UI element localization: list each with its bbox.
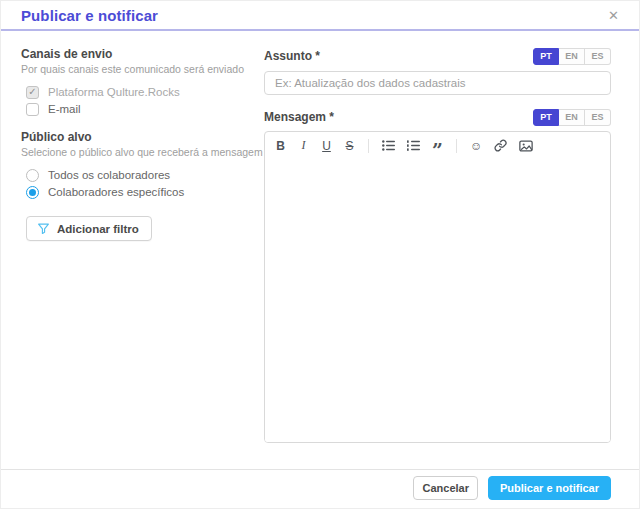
- checkbox-label: E-mail: [48, 103, 81, 115]
- audience-options: Todos os colaboradores Colaboradores esp…: [21, 167, 264, 200]
- toolbar-divider: [368, 139, 369, 153]
- italic-icon[interactable]: I: [298, 138, 309, 154]
- close-icon[interactable]: ✕: [604, 7, 623, 24]
- channels-subheading: Por quais canais este comunicado será en…: [21, 63, 264, 75]
- emoji-icon[interactable]: ☺: [470, 138, 482, 154]
- message-label-row: Mensagem * PT EN ES: [264, 108, 611, 126]
- modal-footer: Cancelar Publicar e notificar: [1, 469, 639, 508]
- channels-options: ✓ Plataforma Qulture.Rocks E-mail: [21, 84, 264, 117]
- publish-notify-button[interactable]: Publicar e notificar: [488, 476, 611, 500]
- audience-subheading: Selecione o público alvo que receberá a …: [21, 146, 264, 158]
- subject-label: Assunto *: [264, 49, 320, 63]
- cancel-button[interactable]: Cancelar: [413, 476, 477, 500]
- message-label: Mensagem *: [264, 110, 334, 124]
- modal-title: Publicar e notificar: [21, 7, 158, 24]
- checkbox-email[interactable]: E-mail: [26, 101, 264, 117]
- message-language-switcher: PT EN ES: [533, 109, 611, 126]
- subject-lang-es[interactable]: ES: [585, 48, 611, 65]
- checkbox-checked-icon[interactable]: ✓: [26, 86, 39, 99]
- message-lang-en[interactable]: EN: [559, 109, 585, 126]
- channels-heading: Canais de envio: [21, 47, 264, 61]
- checkbox-label: Plataforma Qulture.Rocks: [48, 86, 180, 98]
- blockquote-icon[interactable]: ”: [432, 138, 443, 154]
- message-lang-pt[interactable]: PT: [533, 109, 559, 126]
- subject-language-switcher: PT EN ES: [533, 48, 611, 65]
- image-icon[interactable]: [519, 138, 533, 154]
- message-editor: B I U S ” ☺: [264, 131, 611, 443]
- subject-label-row: Assunto * PT EN ES: [264, 47, 611, 65]
- publish-notify-modal: Publicar e notificar ✕ Canais de envio P…: [0, 0, 640, 509]
- message-lang-es[interactable]: ES: [585, 109, 611, 126]
- subject-lang-en[interactable]: EN: [559, 48, 585, 65]
- toolbar-divider: [456, 139, 457, 153]
- radio-selected-icon[interactable]: [26, 186, 39, 199]
- bullet-list-icon[interactable]: [382, 138, 395, 154]
- checkbox-platform-qulture-rocks[interactable]: ✓ Plataforma Qulture.Rocks: [26, 84, 264, 100]
- modal-body: Canais de envio Por quais canais este co…: [1, 31, 639, 469]
- left-column: Canais de envio Por quais canais este co…: [21, 47, 264, 469]
- radio-label: Colaboradores específicos: [48, 186, 184, 198]
- checkbox-unchecked-icon[interactable]: [26, 103, 39, 116]
- radio-specific-collaborators[interactable]: Colaboradores específicos: [26, 184, 264, 200]
- modal-header: Publicar e notificar ✕: [1, 1, 639, 31]
- link-icon[interactable]: [494, 138, 507, 154]
- filter-funnel-icon: [37, 222, 50, 235]
- subject-input[interactable]: [264, 71, 611, 95]
- underline-icon[interactable]: U: [321, 138, 332, 154]
- bold-icon[interactable]: B: [275, 138, 286, 154]
- editor-toolbar: B I U S ” ☺: [265, 132, 610, 159]
- radio-all-collaborators[interactable]: Todos os colaboradores: [26, 167, 264, 183]
- message-input[interactable]: [265, 159, 610, 442]
- check-icon: ✓: [28, 87, 36, 97]
- ordered-list-icon[interactable]: [407, 138, 420, 154]
- audience-heading: Público alvo: [21, 130, 264, 144]
- subject-lang-pt[interactable]: PT: [533, 48, 559, 65]
- strikethrough-icon[interactable]: S: [344, 138, 355, 154]
- radio-unselected-icon[interactable]: [26, 169, 39, 182]
- radio-label: Todos os colaboradores: [48, 169, 170, 181]
- right-column: Assunto * PT EN ES Mensagem * PT EN ES: [264, 47, 611, 469]
- add-filter-label: Adicionar filtro: [57, 223, 139, 235]
- add-filter-button[interactable]: Adicionar filtro: [26, 216, 152, 241]
